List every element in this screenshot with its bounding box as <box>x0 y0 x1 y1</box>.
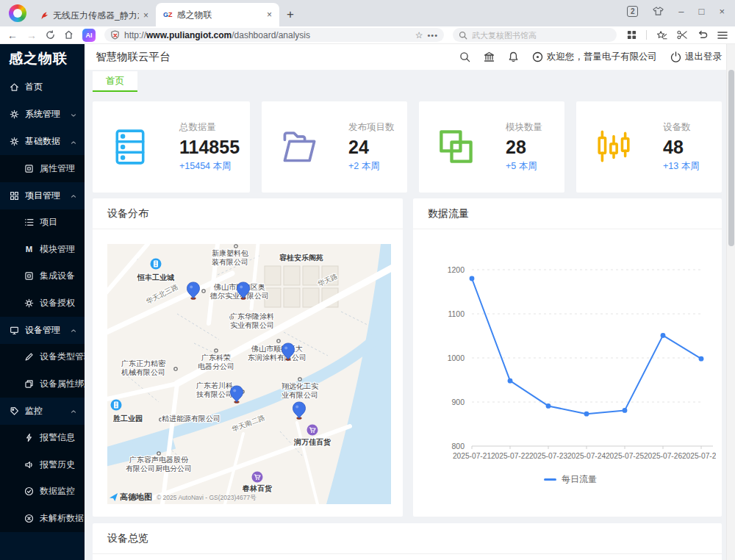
back-icon[interactable]: ← <box>7 30 18 40</box>
panel-title: 设备总览 <box>93 523 722 554</box>
theme-skin-icon[interactable] <box>653 6 664 16</box>
sidebar-item[interactable]: 数据监控 <box>0 478 85 506</box>
sidebar-item[interactable]: 未解析数据 <box>0 505 85 532</box>
tab-close-icon[interactable]: × <box>267 10 272 20</box>
more-options-icon[interactable]: ••• <box>427 31 438 40</box>
sidebar-item[interactable]: 集成设备 <box>0 263 85 290</box>
menu-hamburger-icon[interactable] <box>717 31 728 40</box>
x-axis-tick-label: 2025-07-22 <box>491 452 529 460</box>
app-logo[interactable]: 感之物联 <box>0 44 85 73</box>
welcome-text: 欢迎您，普量电子有限公司 <box>547 51 657 63</box>
stat-card-projects[interactable]: 发布项目数 24 +2 本周 <box>262 101 407 193</box>
bookmark-star-icon[interactable]: ☆ <box>415 30 423 40</box>
stat-card-devices[interactable]: 设备数 48 +13 本周 <box>576 101 722 193</box>
legend-label: 每日流量 <box>562 473 597 486</box>
device-overview-panel: 设备总览 <box>93 523 722 560</box>
sidebar-item[interactable]: 监控 <box>0 398 85 425</box>
tab-count-badge[interactable]: 2 <box>627 6 638 17</box>
x-axis-tick-label: 2025-07-24 <box>567 452 606 460</box>
sidebar-item-label: 首页 <box>25 81 43 93</box>
shield-check-icon <box>24 487 34 496</box>
organization-icon[interactable] <box>484 51 495 62</box>
sidebar-item[interactable]: 系统管理 <box>0 101 85 128</box>
chart-legend[interactable]: 每日流量 <box>419 473 722 486</box>
apps-grid-icon[interactable] <box>627 30 637 40</box>
stat-label: 总数据量 <box>179 121 240 134</box>
sidebar-item-label: 报警信息 <box>40 431 75 444</box>
toolbar-right-icons <box>627 30 728 40</box>
browser-tab-1[interactable]: 无线压力传感器_静力水准仪_ × <box>32 4 156 26</box>
minimize-button[interactable]: – <box>678 6 684 17</box>
sidebar-item[interactable]: 报警信息 <box>0 425 85 452</box>
close-button[interactable]: × <box>719 6 725 17</box>
address-bar[interactable]: http://www.puliangiot.com/dashboard/anal… <box>104 28 444 42</box>
sidebar-item[interactable]: 项目 <box>0 209 85 237</box>
legend-line-marker <box>544 478 556 481</box>
map-label: 容桂安乐阁苑 <box>279 254 323 262</box>
stat-delta: +13 本周 <box>663 160 700 173</box>
device-distribution-panel: 设备分布 <box>93 198 403 517</box>
screenshot-scissors-icon[interactable] <box>677 30 688 40</box>
sidebar-item[interactable]: M模块管理 <box>0 236 85 263</box>
browser-tab-2-active[interactable]: GZ 感之物联 × <box>156 3 279 26</box>
maximize-button[interactable]: □ <box>699 6 705 17</box>
x-axis-tick-label: 2025-07-21 <box>453 452 491 460</box>
sidebar-item-label: 报警历史 <box>40 459 75 471</box>
speaker-icon <box>24 460 34 470</box>
stat-value: 48 <box>663 137 700 158</box>
sidebar-item[interactable]: 属性管理 <box>0 155 85 182</box>
undo-icon[interactable] <box>698 30 708 40</box>
stat-value: 114855 <box>179 137 240 158</box>
tab-home[interactable]: 首页 <box>93 71 137 92</box>
page-scrollbar[interactable] <box>726 44 735 560</box>
sidebar-item[interactable]: 报警历史 <box>0 451 85 478</box>
sidebar-item[interactable]: 设备授权 <box>0 290 85 317</box>
traffic-chart-area[interactable]: 8009001000110012002025-07-212025-07-2220… <box>413 229 722 486</box>
stat-card-modules[interactable]: 模块数量 28 +5 本周 <box>419 101 564 193</box>
sidebar-item-label: 属性管理 <box>40 162 75 175</box>
shopping-cart-marker-icon <box>307 425 318 436</box>
tab-title: 感之物联 <box>177 9 262 21</box>
map-label: 翔远化工实业有限公司 <box>282 382 319 399</box>
sidebar-item[interactable]: 基础数据 <box>0 128 85 155</box>
square-icon <box>24 164 34 173</box>
forward-icon[interactable]: → <box>26 30 37 40</box>
data-point <box>470 276 475 281</box>
sidebar-item[interactable]: 首页 <box>0 73 85 101</box>
header-search-icon[interactable] <box>459 51 470 62</box>
amap-logo[interactable]: 高德地图 <box>109 492 152 503</box>
data-point <box>546 403 551 409</box>
logout-button[interactable]: 退出登录 <box>670 51 722 63</box>
url-text[interactable]: http://www.puliangiot.com/dashboard/anal… <box>124 30 411 40</box>
gear-icon <box>10 137 19 146</box>
user-welcome[interactable]: 欢迎您，普量电子有限公司 <box>532 51 657 63</box>
tab-close-icon[interactable]: × <box>143 10 148 21</box>
map[interactable]: 新康塑料包装有限公司容桂安乐阁苑恒丰工业城华天北三路佛山市顺德区奥德尔实业有限公… <box>107 244 391 504</box>
sidebar-item[interactable]: 设备类型管理 <box>0 344 85 371</box>
cart-marker-bg <box>252 472 263 483</box>
tab-title: 无线压力传感器_静力水准仪_ <box>53 10 139 22</box>
browser-logo-icon[interactable] <box>9 4 26 22</box>
search-input[interactable] <box>472 31 611 40</box>
map-label: 精进能源有限公司 <box>162 414 220 423</box>
x-axis-tick-label: 2025-07-25 <box>606 452 644 460</box>
data-point <box>508 378 513 384</box>
search-bar[interactable] <box>453 28 617 42</box>
sidebar-item-label: 项目 <box>40 216 57 229</box>
ai-assistant-icon[interactable]: AI <box>82 29 96 42</box>
shield-insecure-icon[interactable] <box>110 30 120 40</box>
sidebar-item-label: 集成设备 <box>40 270 75 282</box>
home-icon[interactable] <box>64 30 74 40</box>
favorites-edit-icon[interactable] <box>656 30 667 40</box>
pin-highlight <box>190 286 193 289</box>
poi-dot-marker <box>174 367 177 370</box>
sidebar-item[interactable]: 设备管理 <box>0 317 85 344</box>
sidebar-item[interactable]: 设备属性绑定 <box>0 370 85 398</box>
sidebar-item[interactable]: 项目管理 <box>0 182 85 209</box>
stat-card-total-data[interactable]: 总数据量 114855 +15454 本周 <box>93 101 250 193</box>
y-axis-tick-label: 800 <box>451 442 465 450</box>
notification-bell-icon[interactable] <box>508 51 519 62</box>
reload-icon[interactable] <box>46 30 55 40</box>
new-tab-button[interactable]: + <box>287 7 294 22</box>
scrollbar-thumb[interactable] <box>728 70 734 246</box>
